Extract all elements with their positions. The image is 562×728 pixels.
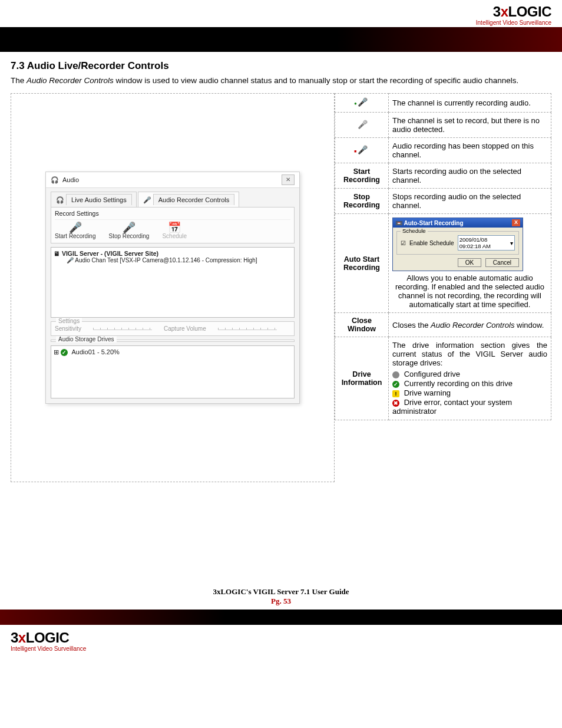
drive-status-item: Configured drive	[392, 370, 547, 378]
schedule-group-label: Schedule	[401, 228, 428, 234]
headphones-icon: 🎧	[51, 176, 59, 184]
capture-volume-label: Capture Volume	[164, 325, 206, 332]
desc-cell: The channel is set to record, but there …	[389, 113, 551, 138]
tab-recorder-label: Audio Recorder Controls	[153, 194, 234, 205]
drive-warning-icon: !	[392, 390, 399, 397]
table-row: The channel is set to record, but there …	[335, 113, 551, 138]
auto-start-dialog: 📼 Auto-Start Recording X Schedule ☑ Enab…	[392, 218, 523, 271]
tree-channel-node[interactable]: 🎤 Audio Chan Test [VSX-IP Camera@10.1.12…	[54, 257, 292, 263]
mini-dialog-title: Auto-Start Recording	[404, 220, 463, 226]
close-desc-prefix: Closes the	[392, 321, 431, 330]
close-button[interactable]: ✕	[282, 174, 295, 185]
mic-stop-icon: 🎤	[108, 222, 149, 233]
table-row: Stop Recording Stops recording audio on …	[335, 189, 551, 214]
drive-status-item: ! Drive warning	[392, 388, 547, 397]
table-row: Drive Information The drive information …	[335, 337, 551, 420]
settings-group-title: Settings	[56, 318, 82, 324]
tab-live-audio[interactable]: 🎧 Live Audio Settings	[51, 192, 137, 207]
footer-brand-tagline: Intelligent Video Surveillance	[11, 646, 551, 652]
audio-window-title: Audio	[62, 176, 79, 183]
drive-recording-label: Currently recording on this drive	[404, 379, 513, 388]
audio-window: 🎧 Audio ✕ 🎧 Live Audio Settings 🎤 Audio …	[45, 172, 300, 404]
schedule-group: Schedule ☑ Enable Schedule 2009/01/08 09…	[396, 231, 519, 255]
sensitivity-slider[interactable]	[93, 328, 152, 330]
start-recording-label: Start Recording	[55, 233, 95, 239]
footer-logo-suffix: LOGIC	[26, 630, 70, 645]
header-bar	[0, 27, 562, 52]
close-desc-em: Audio Recorder Controls	[431, 321, 514, 330]
desc-cell: Closes the Audio Recorder Controls windo…	[389, 313, 551, 337]
drive-configured-label: Configured drive	[404, 370, 460, 378]
intro-suffix: window is used to view audio channel sta…	[114, 76, 518, 85]
table-row: The channel is currently recording audio…	[335, 94, 551, 113]
desc-cell: 📼 Auto-Start Recording X Schedule ☑ Enab…	[389, 214, 551, 313]
footer-text: 3xLOGIC's VIGIL Server 7.1 User Guide Pg…	[0, 577, 562, 610]
drive-intro: The drive information section gives the …	[392, 341, 547, 367]
drive-configured-icon	[392, 371, 399, 378]
footer-bar	[0, 610, 562, 625]
drive-error-icon: ✖	[392, 400, 399, 407]
audio-window-titlebar: 🎧 Audio ✕	[46, 172, 299, 188]
footer-page-number: Pg. 53	[0, 597, 562, 606]
storage-item-label: Audio01 - 5.20%	[72, 348, 120, 355]
mini-dialog-titlebar: 📼 Auto-Start Recording X	[393, 218, 523, 228]
auto-start-description: Allows you to enable automatic audio rec…	[392, 271, 547, 309]
footer-logo-prefix: 3	[11, 630, 18, 645]
desc-cell: The channel is currently recording audio…	[389, 94, 551, 113]
section-intro: The Audio Recorder Controls window is us…	[11, 75, 551, 86]
tab-live-label: Live Audio Settings	[66, 194, 132, 205]
table-row: Audio recording has been stopped on this…	[335, 138, 551, 163]
label-cell: Close Window	[335, 313, 389, 337]
mic-start-icon: 🎤	[55, 222, 95, 233]
schedule-button[interactable]: 📅Schedule	[162, 222, 187, 239]
ok-button[interactable]: OK	[458, 258, 481, 267]
storage-drives-list[interactable]: ⊞ ✓ Audio01 - 5.20%	[51, 345, 295, 398]
schedule-label: Schedule	[162, 233, 187, 239]
description-table: The channel is currently recording audio…	[335, 93, 551, 420]
label-cell: Start Recording	[335, 163, 389, 189]
drive-recording-icon: ✓	[392, 381, 399, 388]
brand-logo: 3xLOGIC Intelligent Video Surveillance	[476, 5, 551, 26]
page-header: 3xLOGIC Intelligent Video Surveillance	[0, 0, 562, 27]
drive-status-list: Configured drive ✓ Currently recording o…	[392, 370, 547, 416]
icon-cell	[335, 138, 389, 163]
section-heading: 7.3 Audio Live/Recorder Controls	[11, 60, 551, 72]
record-settings-panel: Record Settings 🎤Start Recording 🎤Stop R…	[51, 207, 295, 243]
stop-recording-button[interactable]: 🎤Stop Recording	[108, 222, 149, 239]
mic-idle-icon	[358, 120, 366, 129]
tree-server-node[interactable]: 🖥 VIGIL Server - (VIGIL Server Site)	[54, 250, 292, 257]
mic-recording-icon	[358, 97, 366, 107]
logo-suffix: LOGIC	[508, 4, 552, 19]
drive-status-item: ✖ Drive error, contact your system admin…	[392, 398, 547, 416]
enable-schedule-checkbox[interactable]: ☑	[401, 240, 406, 246]
calendar-icon: 📅	[162, 222, 187, 233]
storage-group-title: Audio Storage Drives	[56, 336, 117, 342]
close-desc-suffix: window.	[514, 321, 544, 330]
footer-guide-title: 3xLOGIC's VIGIL Server 7.1 User Guide	[0, 587, 562, 597]
storage-item[interactable]: ⊞ ✓ Audio01 - 5.20%	[54, 348, 292, 356]
intro-window-name: Audio Recorder Controls	[27, 76, 114, 85]
intro-prefix: The	[11, 76, 27, 85]
capture-volume-slider[interactable]	[218, 328, 277, 330]
storage-group: Audio Storage Drives	[51, 340, 295, 342]
table-row: Close Window Closes the Audio Recorder C…	[335, 313, 551, 337]
label-cell: Stop Recording	[335, 189, 389, 214]
table-row: Auto Start Recording 📼 Auto-Start Record…	[335, 214, 551, 313]
drive-status-item: ✓ Currently recording on this drive	[392, 379, 547, 388]
footer-logo-x: x	[18, 630, 26, 645]
label-cell: Drive Information	[335, 337, 389, 420]
dropdown-icon: ▾	[510, 240, 513, 246]
cancel-button[interactable]: Cancel	[485, 258, 519, 267]
stop-recording-label: Stop Recording	[108, 233, 149, 239]
schedule-datetime-field[interactable]: 2009/01/08 09:02:18 AM ▾	[458, 235, 515, 251]
mini-close-button[interactable]: X	[512, 219, 520, 226]
icon-cell	[335, 94, 389, 113]
footer-logo-area: 3xLOGIC Intelligent Video Surveillance	[0, 625, 562, 664]
brand-tagline: Intelligent Video Surveillance	[476, 20, 551, 26]
channel-tree[interactable]: 🖥 VIGIL Server - (VIGIL Server Site) 🎤 A…	[51, 247, 295, 318]
tab-recorder-controls[interactable]: 🎤 Audio Recorder Controls	[138, 192, 240, 207]
audio-tabs: 🎧 Live Audio Settings 🎤 Audio Recorder C…	[46, 188, 299, 207]
start-recording-button[interactable]: 🎤Start Recording	[55, 222, 95, 239]
table-row: Start Recording Starts recording audio o…	[335, 163, 551, 189]
audio-window-figure: 🎧 Audio ✕ 🎧 Live Audio Settings 🎤 Audio …	[11, 93, 335, 482]
